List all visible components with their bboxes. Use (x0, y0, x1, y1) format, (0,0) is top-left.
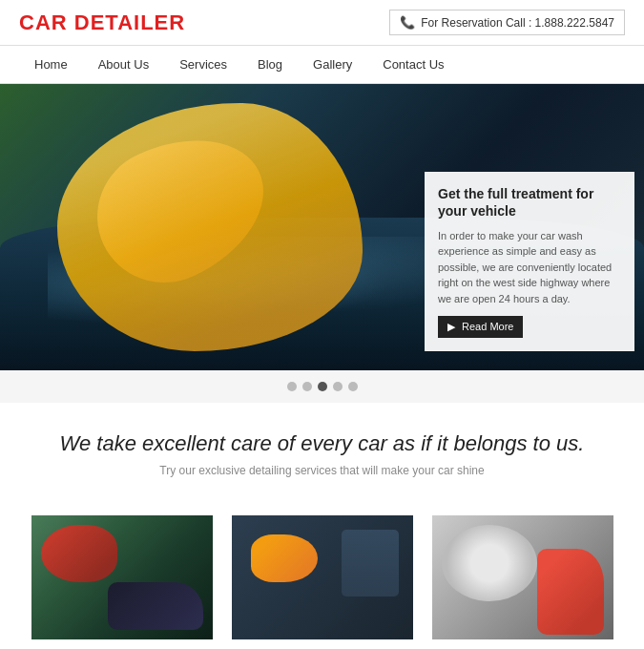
service-image-1 (31, 515, 213, 639)
nav-item-home[interactable]: Home (19, 46, 83, 83)
services-section: Full Service Car Wash Complete Detail Se… (0, 496, 644, 649)
nav-item-about[interactable]: About Us (83, 46, 164, 83)
service-card-2[interactable]: Complete Detail Services (232, 515, 413, 649)
phone-bar: 📞 For Reservation Call : 1.888.222.5847 (389, 10, 625, 35)
read-more-button[interactable]: ▶ Read More (438, 316, 523, 338)
main-nav: Home About Us Services Blog Gallery Cont… (0, 45, 644, 84)
dot-1[interactable] (287, 382, 297, 391)
read-more-label: Read More (462, 321, 513, 332)
hero-overlay: Get the full treatment for your vehicle … (425, 172, 634, 351)
dot-5[interactable] (348, 382, 358, 391)
tagline-subheading: Try our exclusive detailing services tha… (38, 464, 606, 477)
hero-sponge (57, 103, 363, 351)
hero-body: In order to make your car wash experienc… (438, 228, 621, 307)
service-card-1[interactable]: Full Service Car Wash (31, 515, 213, 649)
nav-item-contact[interactable]: Contact Us (367, 46, 459, 83)
nav-item-blog[interactable]: Blog (242, 46, 298, 83)
dot-2[interactable] (302, 382, 312, 391)
phone-label: For Reservation Call : 1.888.222.5847 (421, 16, 614, 30)
dot-3[interactable] (318, 382, 327, 391)
site-header: CAR DETAILER 📞 For Reservation Call : 1.… (0, 0, 644, 45)
nav-item-gallery[interactable]: Gallery (298, 46, 367, 83)
hero-title: Get the full treatment for your vehicle (438, 185, 621, 220)
service-image-2 (232, 515, 413, 639)
slider-dots (0, 370, 644, 403)
arrow-icon: ▶ (447, 321, 455, 332)
tagline-heading: We take excellent care of every car as i… (38, 431, 606, 456)
service-card-3[interactable]: Rain X Protection (432, 515, 613, 649)
hero-section: Get the full treatment for your vehicle … (0, 84, 644, 370)
site-logo[interactable]: CAR DETAILER (19, 10, 185, 35)
service-image-3 (432, 515, 613, 639)
tagline-section: We take excellent care of every car as i… (0, 403, 644, 496)
dot-4[interactable] (333, 382, 343, 391)
nav-item-services[interactable]: Services (164, 46, 242, 83)
phone-icon: 📞 (400, 15, 415, 30)
